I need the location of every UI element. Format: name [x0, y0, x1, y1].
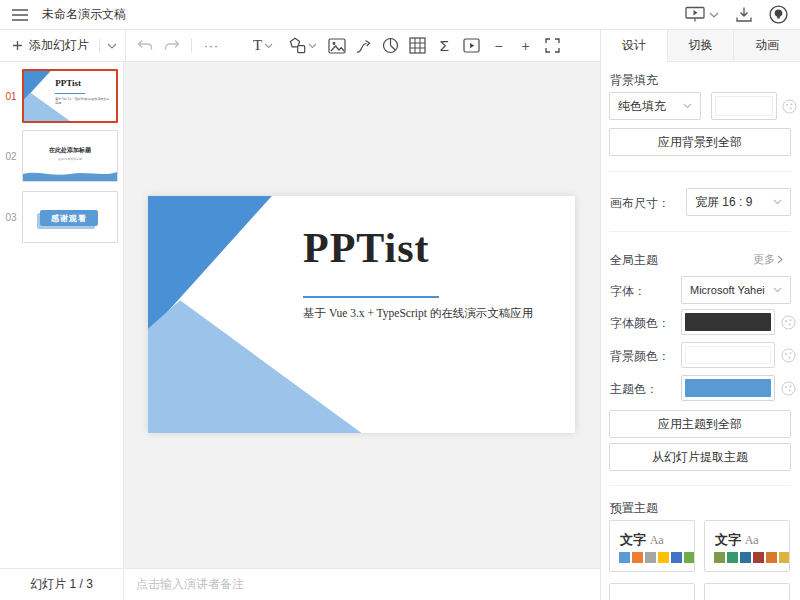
slide-title-textbox[interactable]: PPTist [303, 224, 430, 272]
github-icon [769, 5, 788, 24]
background-color-picker[interactable] [711, 92, 777, 120]
preset-themes-label: 预置主题 [610, 500, 658, 517]
apply-background-to-all-button[interactable]: 应用背景到全部 [609, 128, 791, 156]
current-slide[interactable]: PPTist 基于 Vue 3.x + TypeScript 的在线演示文稿应用 [148, 196, 575, 433]
zoom-controls: − + [485, 32, 566, 59]
theme-color-swatch [632, 552, 643, 563]
header: 未命名演示文稿 [0, 0, 800, 30]
github-link[interactable] [769, 5, 788, 24]
undo-icon [136, 39, 154, 52]
slide-subtitle-textbox[interactable]: 基于 Vue 3.x + TypeScript 的在线演示文稿应用 [303, 306, 533, 321]
canvas-size-select[interactable]: 宽屏 16 : 9 [686, 188, 791, 216]
theme-font-select[interactable]: Microsoft Yahei [681, 276, 791, 304]
slideshow-icon [685, 6, 705, 23]
palette-icon [781, 315, 796, 330]
tab-design[interactable]: 设计 [601, 30, 667, 62]
thumb-subtitle: 基于 Vue 3.x + TypeScript 的在线演示文稿应用 [55, 97, 110, 105]
tab-animation[interactable]: 动画 [733, 30, 800, 62]
pie-chart-icon [382, 37, 399, 54]
slide-thumbnail-1[interactable]: PPTist 基于 Vue 3.x + TypeScript 的在线演示文稿应用 [22, 69, 118, 123]
theme-palette [714, 552, 790, 563]
theme-font-color-picker[interactable] [681, 309, 775, 335]
slide-thumbnail-2[interactable]: 在此处添加标题 在此处添加副标题 [22, 130, 118, 182]
export-button[interactable] [735, 6, 753, 23]
theme-palette [619, 552, 695, 563]
recent-colors-button[interactable] [781, 381, 796, 396]
theme-color-swatch [740, 552, 751, 563]
theme-background-color-picker[interactable] [681, 342, 775, 368]
slide-thumbnail-panel: 01 PPTist 基于 Vue 3.x + TypeScript 的在线演示文… [0, 62, 124, 568]
tab-transition[interactable]: 切换 [667, 30, 734, 62]
theme-color-swatch [645, 552, 656, 563]
theme-color-swatch [619, 552, 630, 563]
thumb-title: 感谢观看 [51, 213, 87, 224]
start-slideshow-button[interactable] [685, 6, 719, 23]
fit-screen-button[interactable] [539, 32, 566, 59]
speaker-notes-input[interactable]: 点击输入演讲者备注 [124, 568, 600, 600]
font-label: 字体： [610, 283, 646, 300]
plus-icon [12, 40, 23, 51]
insert-text-button[interactable]: T [243, 32, 283, 59]
recent-colors-button[interactable] [781, 348, 796, 363]
shape-icon [289, 37, 306, 54]
insert-formula-button[interactable]: Σ [431, 32, 458, 59]
insert-chart-button[interactable] [377, 32, 404, 59]
add-slide-button[interactable]: 添加幻灯片 [29, 37, 89, 54]
divider [191, 38, 192, 53]
theme-color-swatch [753, 552, 764, 563]
theme-color-swatch [779, 552, 790, 563]
add-slide-zone: 添加幻灯片 [0, 30, 126, 61]
redo-button[interactable] [158, 32, 185, 59]
insert-media-button[interactable] [458, 32, 485, 59]
undo-button[interactable] [131, 32, 158, 59]
insert-line-button[interactable] [350, 32, 377, 59]
extract-theme-from-slide-button[interactable]: 从幻灯片提取主题 [609, 443, 791, 471]
theme-color-picker[interactable] [681, 375, 775, 401]
preset-theme-card-4[interactable] [704, 583, 790, 600]
slide-divider-line[interactable] [303, 296, 439, 298]
media-icon [463, 37, 480, 54]
header-actions [685, 5, 800, 24]
theme-color-swatch [671, 552, 682, 563]
main-menu-button[interactable] [0, 0, 40, 30]
chevron-down-icon [107, 43, 117, 49]
slide-number: 01 [0, 91, 22, 102]
palette-icon [781, 348, 796, 363]
preset-theme-card-3[interactable] [609, 583, 695, 600]
chevron-down-icon [683, 103, 692, 109]
editor-canvas[interactable]: PPTist 基于 Vue 3.x + TypeScript 的在线演示文稿应用 [124, 62, 600, 568]
recent-colors-button[interactable] [782, 99, 797, 114]
slide-thumbnail-3[interactable]: 感谢观看 [22, 191, 118, 243]
theme-color-swatch [766, 552, 777, 563]
preset-theme-card-2[interactable]: 文字 Aa [704, 520, 790, 572]
insert-table-button[interactable] [404, 32, 431, 59]
recent-colors-button[interactable] [781, 315, 796, 330]
divider [609, 485, 791, 486]
insert-shape-button[interactable] [283, 32, 323, 59]
slide-indicator: 幻灯片 1 / 3 [0, 568, 124, 600]
panel-tabs: 设计 切换 动画 [600, 30, 800, 62]
insert-image-button[interactable] [323, 32, 350, 59]
palette-icon [781, 381, 796, 396]
zoom-in-button[interactable]: + [512, 32, 539, 59]
chevron-right-icon [777, 255, 783, 264]
wave-decoration [23, 168, 117, 181]
add-slide-dropdown-button[interactable] [100, 43, 119, 49]
curve-line-icon [355, 38, 372, 54]
preset-theme-card-1[interactable]: 文字 Aa [609, 520, 695, 572]
theme-more-button[interactable]: 更多 [753, 252, 783, 267]
download-icon [735, 6, 753, 23]
fill-type-select[interactable]: 纯色填充 [609, 92, 701, 120]
apply-theme-to-all-button[interactable]: 应用主题到全部 [609, 410, 791, 438]
slide-number: 02 [0, 151, 22, 162]
canvas-size-label: 画布尺寸： [610, 195, 670, 212]
chevron-down-icon [773, 287, 782, 293]
image-icon [328, 38, 346, 54]
zoom-out-button[interactable]: − [485, 32, 512, 59]
chevron-down-icon [773, 199, 782, 205]
document-title[interactable]: 未命名演示文稿 [42, 6, 126, 23]
more-tools-button[interactable]: ··· [198, 32, 225, 59]
theme-color-label: 主题色： [610, 381, 658, 398]
redo-icon [163, 39, 181, 52]
background-color-label: 背景颜色： [610, 348, 670, 365]
